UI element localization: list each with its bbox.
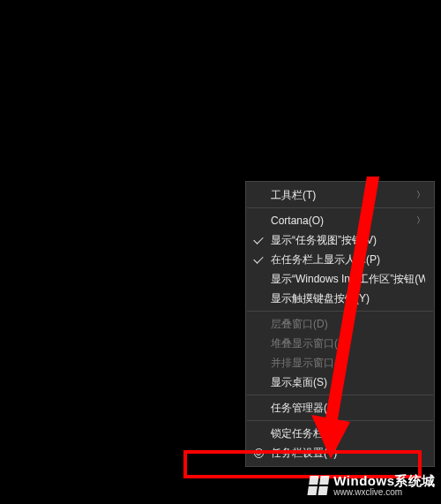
- menu-label: 工具栏(T): [271, 188, 413, 203]
- menu-item-sidebyside: 并排显示窗口(I): [246, 353, 434, 372]
- menu-item-people[interactable]: 在任务栏上显示人脉(P): [246, 250, 434, 269]
- menu-label: 显示“任务视图”按钮(V): [271, 233, 425, 248]
- menu-label: 任务管理器(K): [271, 401, 425, 416]
- menu-label: 显示“Windows Ink 工作区”按钮(W): [271, 272, 425, 287]
- watermark-text: Windows系统城 www.wxclive.com: [333, 474, 436, 497]
- menu-item-touch-keyboard[interactable]: 显示触摸键盘按钮(Y): [246, 289, 434, 308]
- taskbar-context-menu: 工具栏(T) 〉 Cortana(O) 〉 显示“任务视图”按钮(V) 在任务栏…: [245, 181, 435, 467]
- menu-item-cortana[interactable]: Cortana(O) 〉: [246, 211, 434, 230]
- check-icon: [246, 238, 271, 242]
- menu-label: Cortana(O): [271, 214, 413, 227]
- watermark: Windows系统城 www.wxclive.com: [309, 474, 436, 497]
- menu-label: 并排显示窗口(I): [271, 356, 425, 371]
- menu-label: 显示桌面(S): [271, 375, 425, 390]
- menu-separator: [247, 207, 433, 208]
- windows-logo-icon: [308, 476, 330, 495]
- menu-label: 显示触摸键盘按钮(Y): [271, 291, 425, 306]
- menu-item-cascade: 层叠窗口(D): [246, 314, 434, 334]
- menu-separator: [247, 420, 433, 421]
- menu-item-taskbar-settings[interactable]: 任务栏设置(T): [246, 443, 434, 463]
- menu-label: 在任务栏上显示人脉(P): [271, 252, 425, 267]
- menu-item-stack: 堆叠显示窗口(E): [246, 334, 434, 353]
- menu-separator: [247, 395, 433, 395]
- submenu-arrow-icon: 〉: [416, 214, 425, 227]
- menu-item-taskview[interactable]: 显示“任务视图”按钮(V): [246, 230, 434, 250]
- menu-label: 堆叠显示窗口(E): [271, 336, 425, 351]
- watermark-url: www.wxclive.com: [333, 488, 436, 498]
- submenu-arrow-icon: 〉: [416, 189, 425, 201]
- check-icon: [246, 258, 271, 261]
- menu-item-show-desktop[interactable]: 显示桌面(S): [246, 372, 434, 392]
- menu-item-lock-taskbar[interactable]: 锁定任务栏(L): [246, 424, 434, 443]
- menu-label: 任务栏设置(T): [271, 446, 425, 461]
- menu-label: 锁定任务栏(L): [271, 426, 425, 441]
- menu-item-toolbars[interactable]: 工具栏(T) 〉: [246, 185, 434, 205]
- watermark-title: Windows系统城: [333, 474, 436, 488]
- menu-item-task-manager[interactable]: 任务管理器(K): [246, 398, 434, 417]
- menu-label: 层叠窗口(D): [271, 317, 425, 332]
- gear-icon: [246, 448, 271, 458]
- menu-separator: [247, 311, 433, 312]
- menu-item-ink[interactable]: 显示“Windows Ink 工作区”按钮(W): [246, 269, 434, 289]
